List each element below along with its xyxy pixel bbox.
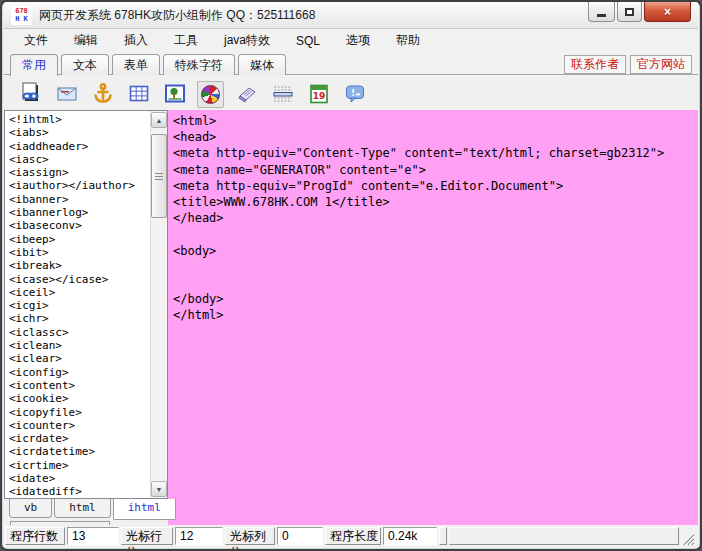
- tag-list-item[interactable]: <ibit>: [6, 246, 150, 259]
- contact-author-button[interactable]: 联系作者: [564, 55, 626, 74]
- tab-text[interactable]: 文本: [61, 54, 109, 75]
- tag-list-item[interactable]: <icrtime>: [6, 459, 150, 472]
- tag-list-item[interactable]: <iclassc>: [6, 326, 150, 339]
- horizontal-rule-icon: [271, 82, 295, 106]
- status-cursor-row-label: 光标行位: [121, 527, 173, 545]
- maximize-button[interactable]: [617, 2, 642, 22]
- status-cursor-col-label: 光标列位: [225, 527, 275, 545]
- tag-list-item[interactable]: <icrdatetime>: [6, 445, 150, 458]
- status-empty-panel: [449, 527, 679, 545]
- tag-list: <!ihtml><iabs><iaddheader><iasc><iassign…: [6, 112, 150, 497]
- mode-tab-bar: vb html ihtml: [4, 499, 168, 521]
- tag-listbox: <!ihtml><iabs><iaddheader><iasc><iassign…: [4, 110, 168, 499]
- book-pages-button[interactable]: [233, 81, 260, 108]
- menu-item[interactable]: 插入: [111, 29, 161, 52]
- status-cursor-col-value: 0: [277, 527, 323, 545]
- tag-list-item[interactable]: <iabs>: [6, 126, 150, 139]
- tag-list-item[interactable]: <ibreak>: [6, 259, 150, 272]
- tag-list-item[interactable]: <iclear>: [6, 352, 150, 365]
- title-bar[interactable]: 678 H K 网页开发系统 678HK攻防小组制作 QQ：525111668 …: [4, 2, 698, 29]
- comment-button[interactable]: !: [341, 81, 368, 108]
- tag-list-item[interactable]: <iaddheader>: [6, 140, 150, 153]
- insert-table-button[interactable]: [125, 81, 152, 108]
- toolbar: 19 !: [4, 78, 698, 110]
- list-scrollbar[interactable]: ▲ ▼: [150, 111, 167, 498]
- tag-list-item[interactable]: <iclean>: [6, 339, 150, 352]
- menu-item[interactable]: 工具: [161, 29, 211, 52]
- menu-bar: 文件编辑插入工具java特效SQL选项帮助: [4, 29, 698, 52]
- tag-list-item[interactable]: <ibanner>: [6, 193, 150, 206]
- tag-list-item[interactable]: <idatediff>: [6, 485, 150, 497]
- tab-media[interactable]: 媒体: [238, 54, 286, 75]
- tag-list-item[interactable]: <ibannerlog>: [6, 206, 150, 219]
- tab-ihtml[interactable]: ihtml: [113, 499, 176, 520]
- email-button[interactable]: [53, 81, 80, 108]
- tab-html[interactable]: html: [54, 499, 111, 518]
- app-window: 678 H K 网页开发系统 678HK攻防小组制作 QQ：525111668 …: [0, 0, 702, 551]
- menu-item[interactable]: 文件: [11, 29, 61, 52]
- scroll-thumb-grip-icon: [155, 176, 163, 177]
- insert-image-button[interactable]: [161, 81, 188, 108]
- menu-item[interactable]: 帮助: [383, 29, 433, 52]
- tag-list-item[interactable]: <icontent>: [6, 379, 150, 392]
- anchor-button[interactable]: [89, 81, 116, 108]
- calendar-icon: 19: [307, 82, 331, 106]
- tag-list-item[interactable]: <icase></icase>: [6, 273, 150, 286]
- status-cursor-row-value: 12: [175, 527, 223, 545]
- tag-list-item[interactable]: <icgi>: [6, 299, 150, 312]
- status-bar: 程序行数 13 光标行位 12 光标列位 0 程序长度 0.24k: [4, 525, 698, 547]
- tag-list-item[interactable]: <icookie>: [6, 392, 150, 405]
- anchor-icon: [91, 82, 115, 106]
- menu-item[interactable]: java特效: [211, 29, 283, 52]
- tag-list-item[interactable]: <ibaseconv>: [6, 219, 150, 232]
- menu-item[interactable]: 编辑: [61, 29, 111, 52]
- book-pages-icon: [235, 82, 259, 106]
- comment-icon: !: [343, 82, 367, 106]
- tag-list-item[interactable]: <!ihtml>: [6, 113, 150, 126]
- image-icon: [163, 82, 187, 106]
- tag-list-item[interactable]: <ibeep>: [6, 233, 150, 246]
- scroll-up-button[interactable]: ▲: [151, 112, 167, 128]
- tab-vb[interactable]: vb: [9, 499, 52, 518]
- tag-list-item[interactable]: <iauthor></iauthor>: [6, 179, 150, 192]
- tag-list-item[interactable]: <icopyfile>: [6, 406, 150, 419]
- tag-list-item[interactable]: <iasc>: [6, 153, 150, 166]
- tab-form[interactable]: 表单: [112, 54, 160, 75]
- status-program-lines-value: 13: [67, 527, 119, 545]
- status-program-length-label: 程序长度: [325, 527, 381, 545]
- scroll-down-button[interactable]: ▼: [151, 481, 167, 497]
- tag-list-item[interactable]: <icounter>: [6, 419, 150, 432]
- hyperlink-document-icon: [19, 82, 43, 106]
- tag-list-item[interactable]: <icrdate>: [6, 432, 150, 445]
- tag-list-item[interactable]: <iceil>: [6, 286, 150, 299]
- menu-item[interactable]: SQL: [283, 31, 333, 51]
- official-site-button[interactable]: 官方网站: [630, 55, 692, 74]
- category-tab-bar: 常用 文本 表单 特殊字符 媒体 联系作者 官方网站: [4, 52, 698, 78]
- flash-media-icon: [201, 85, 220, 104]
- app-logo-icon: 678 H K: [11, 6, 32, 25]
- status-program-lines-label: 程序行数: [5, 527, 65, 545]
- minimize-button[interactable]: [588, 2, 615, 22]
- main-area: <!ihtml><iabs><iaddheader><iasc><iassign…: [4, 110, 698, 525]
- horizontal-rule-button[interactable]: [269, 81, 296, 108]
- code-editor[interactable]: <html> <head> <meta http-equiv="Content-…: [168, 110, 698, 525]
- hyperlink-button[interactable]: [17, 81, 44, 108]
- window-controls: ×: [588, 2, 691, 22]
- tab-common[interactable]: 常用: [10, 54, 58, 76]
- maximize-icon: [625, 8, 634, 16]
- resize-grip[interactable]: [681, 532, 695, 546]
- minimize-icon: [597, 14, 606, 17]
- scroll-thumb[interactable]: [151, 134, 167, 218]
- tab-special-chars[interactable]: 特殊字符: [163, 54, 235, 75]
- window-title: 网页开发系统 678HK攻防小组制作 QQ：525111668: [39, 7, 315, 24]
- tag-list-item[interactable]: <ichr>: [6, 312, 150, 325]
- status-program-length-value: 0.24k: [383, 527, 437, 545]
- close-button[interactable]: ×: [644, 2, 691, 22]
- tag-list-item[interactable]: <iassign>: [6, 166, 150, 179]
- calendar-button[interactable]: 19: [305, 81, 332, 108]
- flash-media-button[interactable]: [197, 81, 224, 108]
- tag-list-item[interactable]: <idate>: [6, 472, 150, 485]
- svg-text:!: !: [350, 88, 354, 98]
- tag-list-item[interactable]: <iconfig>: [6, 366, 150, 379]
- menu-item[interactable]: 选项: [333, 29, 383, 52]
